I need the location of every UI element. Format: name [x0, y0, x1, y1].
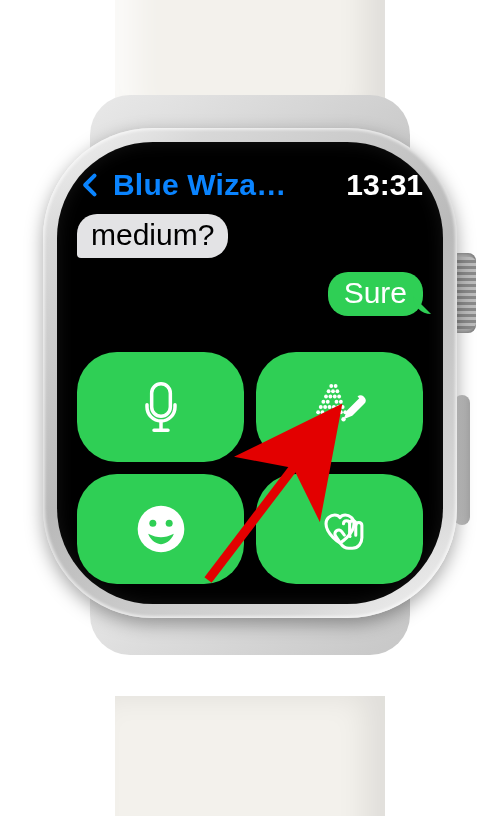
clock-time: 13:31 — [346, 168, 423, 202]
svg-point-6 — [328, 395, 332, 399]
watch-screen: Blue Wiza… 13:31 medium? Sure — [57, 142, 443, 604]
heart-fingers-icon — [312, 501, 368, 557]
scribble-button[interactable] — [256, 352, 423, 462]
back-button[interactable] — [77, 171, 111, 199]
header-bar: Blue Wiza… 13:31 — [77, 162, 423, 208]
svg-point-9 — [321, 400, 325, 404]
input-options-grid — [77, 352, 423, 584]
svg-point-7 — [332, 395, 336, 399]
svg-point-1 — [333, 384, 337, 388]
svg-point-13 — [318, 405, 322, 409]
svg-point-4 — [335, 389, 339, 393]
conversation-title[interactable]: Blue Wiza… — [113, 168, 286, 202]
watch-case: Blue Wiza… 13:31 medium? Sure — [43, 128, 457, 618]
message-outgoing[interactable]: Sure — [328, 272, 423, 316]
svg-point-14 — [323, 405, 327, 409]
svg-point-24 — [137, 506, 184, 553]
chevron-left-icon — [77, 171, 105, 199]
svg-point-23 — [341, 417, 345, 421]
svg-point-16 — [331, 405, 335, 409]
svg-point-17 — [336, 405, 340, 409]
svg-point-8 — [337, 395, 341, 399]
message-incoming[interactable]: medium? — [77, 214, 228, 258]
svg-point-25 — [149, 520, 156, 527]
watch-band-bottom — [115, 696, 385, 816]
svg-point-5 — [324, 395, 328, 399]
dictation-button[interactable] — [77, 352, 244, 462]
svg-point-15 — [327, 405, 331, 409]
svg-point-10 — [325, 400, 329, 404]
svg-point-12 — [338, 400, 342, 404]
svg-point-3 — [331, 389, 335, 393]
emoji-button[interactable] — [77, 474, 244, 584]
svg-point-19 — [316, 410, 320, 414]
svg-point-18 — [340, 405, 344, 409]
svg-point-21 — [338, 410, 342, 414]
svg-point-26 — [165, 520, 172, 527]
scribble-icon — [312, 379, 368, 435]
svg-point-11 — [334, 400, 338, 404]
svg-point-2 — [326, 389, 330, 393]
emoji-icon — [133, 501, 189, 557]
svg-point-0 — [329, 384, 333, 388]
svg-point-20 — [320, 410, 324, 414]
digital-touch-button[interactable] — [256, 474, 423, 584]
microphone-icon — [133, 379, 189, 435]
